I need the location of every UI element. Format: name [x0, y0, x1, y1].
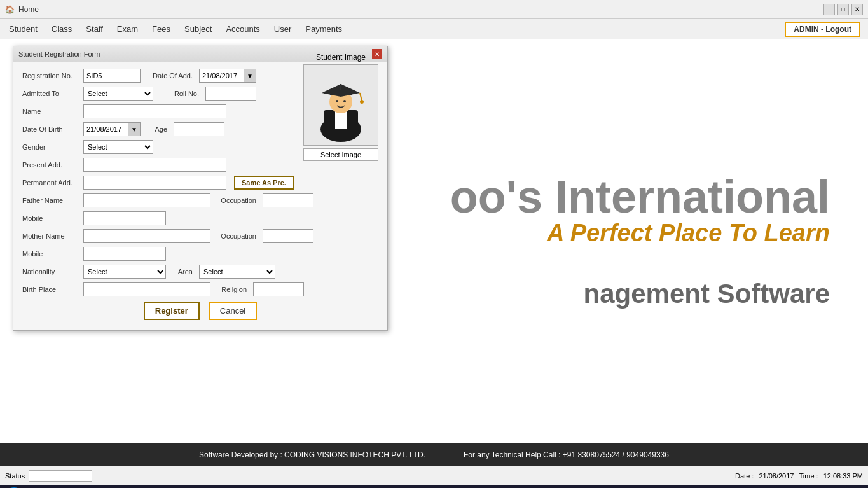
- svg-line-7: [360, 93, 362, 101]
- admitted-to-select[interactable]: Select: [83, 87, 153, 101]
- father-name-label: Father Name: [22, 197, 79, 204]
- mother-occupation-input[interactable]: [263, 229, 313, 243]
- father-occupation-label: Occupation: [214, 197, 259, 204]
- svg-point-10: [343, 100, 346, 102]
- birth-place-label: Birth Place: [22, 286, 79, 293]
- date-add-calendar-button[interactable]: ▼: [244, 69, 256, 83]
- reg-no-input[interactable]: [83, 69, 141, 83]
- student-image-label: Student Image: [316, 53, 366, 62]
- area-select[interactable]: Select: [199, 265, 275, 279]
- title-bar-controls: — □ ✕: [823, 4, 863, 15]
- maximize-button[interactable]: □: [837, 4, 849, 15]
- menu-exam[interactable]: Exam: [111, 22, 144, 36]
- graduate-icon: [312, 69, 369, 142]
- mother-name-row: Mother Name Occupation: [22, 229, 378, 243]
- age-label: Age: [144, 125, 170, 133]
- student-image-box: [303, 64, 378, 146]
- mother-mobile-row: Mobile: [22, 247, 378, 261]
- present-add-input[interactable]: [83, 158, 226, 172]
- mother-name-label: Mother Name: [22, 232, 79, 240]
- status-label: Status: [5, 472, 25, 480]
- svg-rect-6: [340, 84, 341, 90]
- time-label: Time :: [799, 472, 818, 480]
- footer-right: For any Technical Help Call : +91 830807…: [464, 450, 669, 459]
- religion-label: Religion: [214, 286, 249, 293]
- student-image-area: Student Image: [303, 53, 378, 161]
- present-add-label: Present Add.: [22, 161, 79, 169]
- menu-payments[interactable]: Payments: [299, 22, 348, 36]
- permanent-add-input[interactable]: [83, 176, 226, 190]
- menu-staff[interactable]: Staff: [79, 22, 109, 36]
- menu-accounts[interactable]: Accounts: [219, 22, 266, 36]
- main-content: oo's International A Perfect Place To Le…: [0, 39, 868, 443]
- status-right: Date : 21/08/2017 Time : 12:08:33 PM: [735, 472, 863, 480]
- date-add-label: Date Of Add.: [144, 72, 195, 80]
- cancel-button[interactable]: Cancel: [209, 302, 257, 320]
- bg-title: oo's International: [450, 174, 830, 220]
- minimize-button[interactable]: —: [823, 4, 835, 15]
- status-bar: Status Date : 21/08/2017 Time : 12:08:33…: [0, 466, 868, 485]
- bg-subtitle2: nagement Software: [584, 279, 830, 309]
- mother-mobile-input[interactable]: [83, 247, 166, 261]
- roll-no-label: Roll No.: [157, 90, 202, 97]
- birthplace-religion-row: Birth Place Religion: [22, 282, 378, 296]
- menu-fees[interactable]: Fees: [146, 22, 177, 36]
- roll-no-input[interactable]: [205, 87, 256, 101]
- menu-subject[interactable]: Subject: [178, 22, 218, 36]
- dob-wrapper: ▼: [83, 122, 141, 136]
- home-icon: 🏠: [5, 5, 15, 14]
- gender-select[interactable]: Select: [83, 140, 153, 154]
- father-mobile-row: Mobile: [22, 211, 378, 225]
- father-occupation-input[interactable]: [263, 193, 313, 207]
- dialog-title-text: Student Registration Form: [18, 50, 100, 58]
- student-registration-dialog: Student Registration Form ✕ Student Imag…: [13, 46, 388, 331]
- action-buttons-row: Register Cancel: [22, 302, 378, 320]
- select-image-button[interactable]: Select Image: [303, 148, 378, 161]
- title-bar-left: 🏠 Home: [5, 5, 39, 14]
- bg-subtitle: A Perfect Place To Learn: [547, 220, 830, 247]
- age-input[interactable]: [174, 122, 224, 136]
- status-input[interactable]: [29, 470, 92, 482]
- title-text: Home: [18, 5, 39, 14]
- dialog-body: Student Image: [13, 62, 387, 330]
- father-name-input[interactable]: [83, 193, 210, 207]
- time-value: 12:08:33 PM: [823, 472, 863, 480]
- date-label: Date :: [735, 472, 754, 480]
- menu-items: Student Class Staff Exam Fees Subject Ac…: [3, 22, 348, 36]
- nationality-label: Nationality: [22, 268, 79, 275]
- father-name-row: Father Name Occupation: [22, 193, 378, 207]
- mother-mobile-label: Mobile: [22, 250, 79, 258]
- taskbar: ⊞ 🔍 🎤 ⧉ 🌐 📧 📁 📊 💬 🌀 🎯 🔷 ▲ ⌨ 📶 🔊 ENG 12:0…: [0, 485, 868, 488]
- father-mobile-label: Mobile: [22, 214, 79, 222]
- reg-no-label: Registration No.: [22, 72, 79, 80]
- religion-input[interactable]: [253, 282, 304, 296]
- menu-student[interactable]: Student: [3, 22, 44, 36]
- register-button[interactable]: Register: [144, 302, 200, 320]
- date-value: 21/08/2017: [759, 472, 794, 480]
- admitted-to-label: Admitted To: [22, 90, 79, 97]
- gender-label: Gender: [22, 143, 79, 151]
- father-mobile-input[interactable]: [83, 211, 166, 225]
- dob-calendar-button[interactable]: ▼: [128, 122, 141, 136]
- menu-user[interactable]: User: [268, 22, 298, 36]
- menu-class[interactable]: Class: [45, 22, 79, 36]
- birth-place-input[interactable]: [83, 282, 210, 296]
- name-label: Name: [22, 108, 79, 115]
- svg-point-9: [336, 100, 338, 102]
- svg-point-8: [360, 100, 364, 104]
- title-bar: 🏠 Home — □ ✕: [0, 0, 868, 19]
- mother-name-input[interactable]: [83, 229, 210, 243]
- dob-label: Date Of Birth: [22, 125, 79, 133]
- footer-bar: Software Developed by : CODING VISIONS I…: [0, 443, 868, 466]
- nationality-select[interactable]: Select: [83, 265, 166, 279]
- area-label: Area: [170, 268, 195, 275]
- menu-bar: Student Class Staff Exam Fees Subject Ac…: [0, 19, 868, 39]
- permanent-add-label: Permanent Add.: [22, 179, 79, 186]
- same-as-pre-button[interactable]: Same As Pre.: [234, 176, 294, 190]
- mother-occupation-label: Occupation: [214, 232, 259, 240]
- admin-logout-button[interactable]: ADMIN - Logout: [785, 22, 860, 37]
- close-button[interactable]: ✕: [851, 4, 863, 15]
- name-input[interactable]: [83, 104, 226, 118]
- nationality-area-row: Nationality Select Area Select: [22, 265, 378, 279]
- footer-left: Software Developed by : CODING VISIONS I…: [199, 450, 425, 459]
